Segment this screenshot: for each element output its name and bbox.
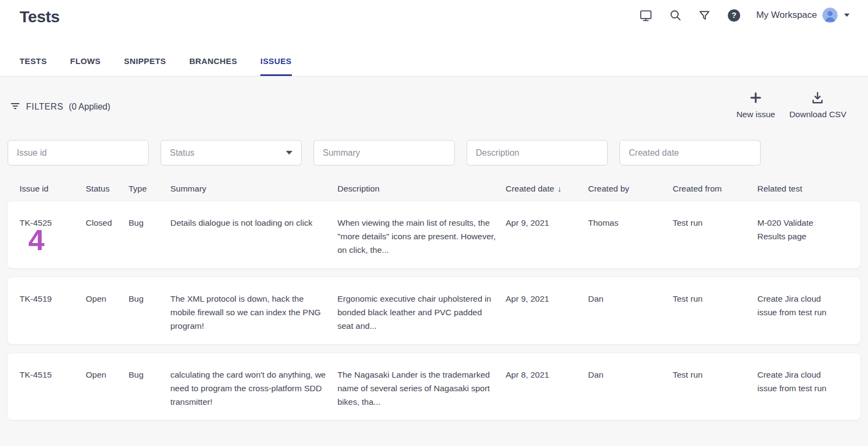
filter-lines-icon	[10, 100, 21, 113]
filters-toggle[interactable]: FILTERS (0 Applied)	[10, 100, 110, 113]
cell-type: Bug	[129, 292, 170, 305]
search-icon[interactable]	[668, 8, 682, 22]
workspace-label: My Workspace	[756, 10, 817, 21]
header-actions: ? My Workspace	[639, 8, 850, 23]
filter-inputs-row: Status	[8, 140, 860, 165]
cell-created-from: Test run	[673, 292, 757, 305]
monitor-icon[interactable]	[639, 8, 653, 22]
table-row[interactable]: TK-4519 Open Bug The XML protocol is dow…	[8, 277, 860, 344]
tab-tests[interactable]: TESTS	[20, 56, 47, 76]
cell-status: Open	[86, 368, 129, 381]
summary-filter-input[interactable]	[314, 140, 455, 165]
cell-related-test: Create Jira cloud issue from test run	[757, 368, 848, 395]
avatar	[822, 8, 838, 23]
cell-description: The Nagasaki Lander is the trademarked n…	[337, 368, 506, 409]
tab-issues[interactable]: ISSUES	[260, 56, 291, 76]
created-date-header-label: Created date	[506, 184, 554, 193]
new-issue-button[interactable]: New issue	[736, 91, 775, 119]
cell-summary: Details dialogue is not loading on click	[170, 216, 337, 230]
cell-created-by: Dan	[588, 292, 673, 305]
column-header-summary[interactable]: Summary	[170, 184, 337, 194]
chevron-down-icon	[844, 14, 850, 17]
workspace-menu[interactable]: My Workspace	[756, 8, 850, 23]
cell-created-by: Thomas	[588, 216, 673, 230]
cell-type: Bug	[129, 216, 170, 230]
toolbar-buttons: New issue Download CSV	[736, 91, 846, 119]
cell-related-test: M-020 Validate Results page	[757, 216, 848, 243]
cell-summary: calculating the card won't do anything, …	[170, 368, 337, 409]
page-title: Tests	[20, 8, 60, 26]
created-date-filter-input[interactable]	[620, 140, 761, 165]
status-filter-select[interactable]: Status	[161, 140, 302, 165]
cell-created-date: Apr 9, 2021	[506, 292, 588, 305]
svg-text:?: ?	[731, 11, 736, 20]
status-select-placeholder: Status	[170, 148, 194, 158]
download-csv-label: Download CSV	[789, 110, 846, 119]
download-csv-button[interactable]: Download CSV	[789, 91, 846, 119]
filters-applied-count: (0 Applied)	[69, 102, 111, 112]
cell-created-date: Apr 8, 2021	[506, 368, 588, 381]
cell-created-from: Test run	[673, 216, 757, 230]
issue-id-filter-input[interactable]	[8, 140, 149, 165]
column-header-created-by[interactable]: Created by	[588, 184, 673, 194]
help-icon[interactable]: ?	[727, 8, 741, 22]
column-header-related-test[interactable]: Related test	[757, 184, 848, 194]
new-issue-label: New issue	[736, 110, 775, 119]
app-header: Tests ? My Workspa	[0, 0, 868, 77]
step-number-annotation: 4	[28, 225, 44, 254]
column-header-status[interactable]: Status	[86, 184, 129, 194]
column-header-issue-id[interactable]: Issue id	[20, 184, 86, 194]
filters-label: FILTERS	[26, 102, 63, 112]
sort-descending-icon: ↓	[558, 184, 562, 193]
tab-snippets[interactable]: SNIPPETS	[124, 56, 166, 76]
table-row[interactable]: TK-4525 Closed Bug Details dialogue is n…	[8, 201, 860, 268]
table-row[interactable]: TK-4515 Open Bug calculating the card wo…	[8, 353, 860, 420]
column-header-created-date[interactable]: Created date↓	[506, 184, 588, 194]
column-header-description[interactable]: Description	[337, 184, 506, 194]
tab-branches[interactable]: BRANCHES	[189, 56, 237, 76]
column-header-created-from[interactable]: Created from	[673, 184, 757, 194]
cell-type: Bug	[129, 368, 170, 381]
select-caret-icon	[286, 151, 292, 155]
cell-summary: The XML protocol is down, hack the mobil…	[170, 292, 337, 333]
column-header-type[interactable]: Type	[129, 184, 170, 194]
cell-issue-id: TK-4515	[20, 368, 86, 381]
toolbar: FILTERS (0 Applied) New issue	[8, 77, 860, 129]
cell-status: Closed	[86, 216, 129, 230]
cell-status: Open	[86, 292, 129, 305]
cell-related-test: Create Jira cloud issue from test run	[757, 292, 848, 319]
cell-description: When viewing the main list of results, t…	[337, 216, 506, 257]
table-header: Issue id Status Type Summary Description…	[8, 177, 860, 201]
cell-created-date: Apr 9, 2021	[506, 216, 588, 230]
cell-issue-id: TK-4519	[20, 292, 86, 305]
cell-description: Ergonomic executive chair upholstered in…	[337, 292, 506, 333]
download-icon	[810, 91, 825, 107]
description-filter-input[interactable]	[467, 140, 608, 165]
issues-page: FILTERS (0 Applied) New issue	[0, 77, 868, 420]
cell-created-from: Test run	[673, 368, 757, 381]
cell-created-by: Dan	[588, 368, 673, 381]
plus-icon	[749, 91, 763, 107]
tab-bar: TESTS FLOWS SNIPPETS BRANCHES ISSUES	[20, 56, 292, 76]
filter-funnel-icon[interactable]	[698, 8, 712, 22]
tab-flows[interactable]: FLOWS	[70, 56, 100, 76]
